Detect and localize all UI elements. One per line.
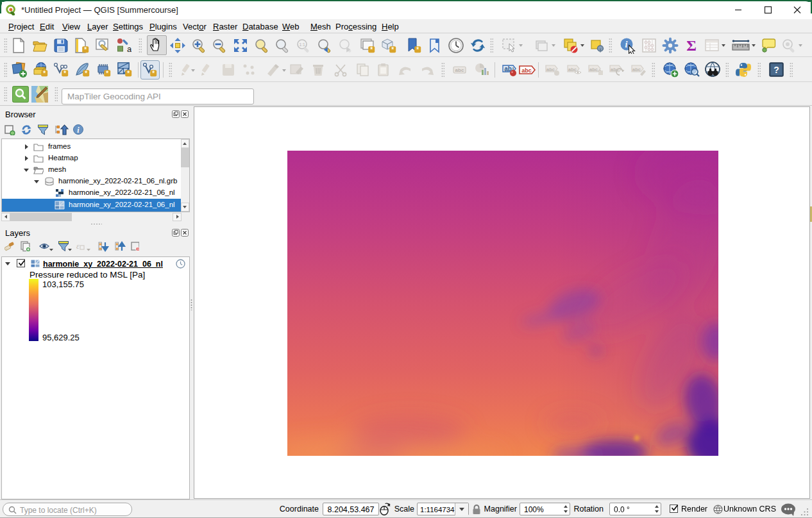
svg-text:abc: abc xyxy=(589,67,598,72)
svg-text:*: * xyxy=(106,70,108,77)
svg-text:abc: abc xyxy=(546,67,555,72)
svg-text:*: * xyxy=(63,70,66,77)
svg-text:ε: ε xyxy=(76,242,80,251)
svg-text:*: * xyxy=(127,70,130,77)
svg-text:?: ? xyxy=(774,65,779,75)
svg-text:*: * xyxy=(84,46,87,53)
svg-text:1:1: 1:1 xyxy=(299,42,305,47)
svg-text:*: * xyxy=(152,70,155,77)
svg-text:*: * xyxy=(391,46,394,53)
svg-text:abc: abc xyxy=(521,67,532,74)
svg-text:abc: abc xyxy=(455,67,464,73)
svg-text:a: a xyxy=(127,44,131,53)
svg-text:*: * xyxy=(43,70,46,77)
svg-text:i: i xyxy=(625,40,628,49)
svg-text:*: * xyxy=(85,70,87,77)
svg-text:*: * xyxy=(370,46,373,53)
svg-text:Σ: Σ xyxy=(686,37,697,54)
svg-text:abc: abc xyxy=(632,67,641,72)
svg-text:*: * xyxy=(416,46,419,53)
svg-text:abc: abc xyxy=(568,67,577,72)
